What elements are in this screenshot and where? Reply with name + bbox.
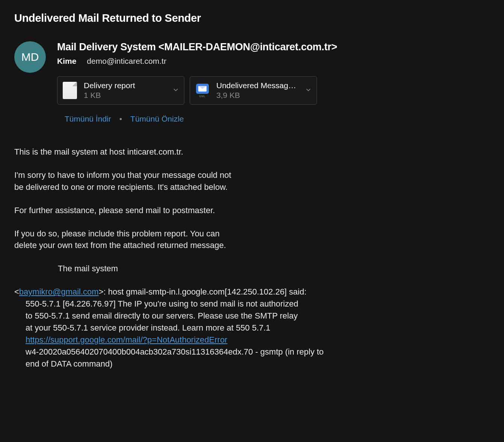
body-paragraph: For further assistance, please send mail… <box>14 204 490 216</box>
error-line: w4-20020a056402070400b004acb302a730si113… <box>26 347 324 356</box>
attachment-info: Undelivered Messag… 3,9 KB <box>216 81 302 100</box>
body-paragraph: If you do so, please include this proble… <box>14 228 490 252</box>
body-signature: The mail system <box>58 263 490 275</box>
header-content: Mail Delivery System <MAILER-DAEMON@inti… <box>57 41 490 123</box>
error-line: at your 550-5.7.1 service provider inste… <box>26 323 270 332</box>
attachment-name: Delivery report <box>84 81 170 90</box>
recipient-email-link[interactable]: baymikro@gmail.com <box>19 287 99 296</box>
attachments-row: Delivery report 1 KB EML Undelivered Mes… <box>57 76 490 105</box>
support-link[interactable]: https://support.google.com/mail/?p=NotAu… <box>26 335 227 344</box>
attachment-info: Delivery report 1 KB <box>84 81 170 100</box>
download-all-link[interactable]: Tümünü İndir <box>65 114 111 123</box>
error-line: to 550-5.7.1 send email directly to our … <box>26 311 298 320</box>
error-block: <baymikro@gmail.com>: host gmail-smtp-in… <box>14 286 490 370</box>
eml-icon: EML <box>195 82 210 99</box>
to-line: Kime demo@inticaret.com.tr <box>57 57 490 66</box>
attachment-size: 1 KB <box>84 91 170 100</box>
attachment-name: Undelivered Messag… <box>216 81 302 90</box>
email-header: MD Mail Delivery System <MAILER-DAEMON@i… <box>14 41 490 123</box>
preview-all-link[interactable]: Tümünü Önizle <box>130 114 184 123</box>
to-value: demo@inticaret.com.tr <box>87 57 166 66</box>
action-separator: • <box>119 114 122 123</box>
attachment-delivery-report[interactable]: Delivery report 1 KB <box>57 76 184 105</box>
email-subject: Undelivered Mail Returned to Sender <box>14 12 490 24</box>
document-icon <box>63 82 77 99</box>
error-line: 550-5.7.1 [64.226.76.97] The IP you're u… <box>26 299 298 308</box>
body-paragraph: This is the mail system at host inticare… <box>14 146 490 158</box>
attachment-size: 3,9 KB <box>216 91 302 100</box>
email-body: This is the mail system at host inticare… <box>14 146 490 370</box>
body-paragraph: I'm sorry to have to inform you that you… <box>14 169 490 193</box>
to-label: Kime <box>57 57 76 66</box>
chevron-down-icon[interactable] <box>305 87 311 94</box>
attachment-undelivered-message[interactable]: EML Undelivered Messag… 3,9 KB <box>190 76 317 105</box>
attachment-actions: Tümünü İndir • Tümünü Önizle <box>65 114 490 123</box>
from-line: Mail Delivery System <MAILER-DAEMON@inti… <box>57 41 490 53</box>
chevron-down-icon[interactable] <box>173 87 179 94</box>
avatar: MD <box>14 41 46 73</box>
error-line: end of DATA command) <box>26 359 113 368</box>
